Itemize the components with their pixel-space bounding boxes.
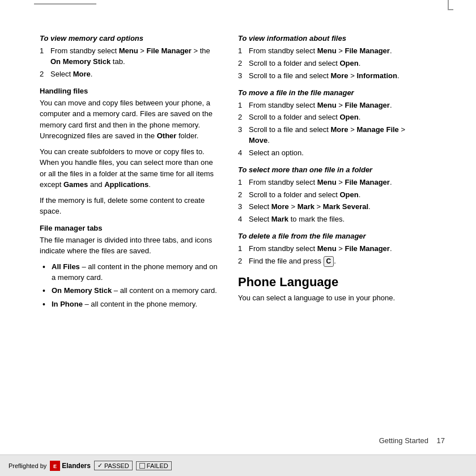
step-text: From standby select Menu > File Manager. <box>249 100 392 111</box>
step-number: 4 <box>238 148 246 159</box>
step-number: 1 <box>238 100 246 111</box>
svg-text:E: E <box>53 464 57 469</box>
check-icon: ✓ <box>97 462 103 469</box>
list-item: On Memory Stick – all content on a memor… <box>42 285 221 297</box>
preflight-label: Preflighted by <box>8 462 46 469</box>
list-item: 3 Scroll to a file and select More > Inf… <box>238 71 419 82</box>
step-number: 2 <box>238 112 246 123</box>
content-area: To view memory card options 1 From stand… <box>0 0 476 328</box>
move-file-section: To move a file in the file manager 1 Fro… <box>238 88 419 159</box>
step-number: 2 <box>40 69 48 80</box>
step-number: 2 <box>238 190 246 201</box>
elanders-icon: E Elanders <box>50 461 91 471</box>
step-number: 1 <box>40 46 48 67</box>
phone-language-section: Phone Language You can select a language… <box>238 275 419 304</box>
delete-file-steps: 1 From standby select Menu > File Manage… <box>238 244 419 267</box>
bullet-text: All Files – all content in the phone mem… <box>52 261 221 283</box>
list-item: 2 Scroll to a folder and select Open. <box>238 112 419 123</box>
view-memory-title: To view memory card options <box>40 34 221 42</box>
list-item: 1 From standby select Menu > File Manage… <box>238 244 419 254</box>
top-border-right <box>448 0 453 10</box>
delete-file-section: To delete a file from the file manager 1… <box>238 232 419 267</box>
select-more-title: To select more than one file in a folder <box>238 165 419 174</box>
bullet-text: In Phone – all content in the phone memo… <box>52 299 197 311</box>
list-item: All Files – all content in the phone mem… <box>42 261 221 283</box>
list-item: In Phone – all content in the phone memo… <box>42 299 221 311</box>
step-text: Scroll to a folder and select Open. <box>249 58 360 69</box>
handling-para3: If the memory is full, delete some conte… <box>40 195 221 217</box>
square-icon <box>139 463 145 469</box>
move-file-steps: 1 From standby select Menu > File Manage… <box>238 100 419 159</box>
page-number: 17 <box>437 436 445 445</box>
select-more-steps: 1 From standby select Menu > File Manage… <box>238 177 419 225</box>
passed-box: ✓ PASSED <box>94 461 133 470</box>
list-item: 3 Scroll to a file and select More > Man… <box>238 125 419 146</box>
step-number: 4 <box>238 214 246 225</box>
phone-language-text: You can select a language to use in your… <box>238 292 419 304</box>
step-number: 2 <box>238 58 246 69</box>
list-item: 2 Scroll to a folder and select Open. <box>238 190 419 201</box>
step-text: Select More. <box>50 69 92 80</box>
failed-label: FAILED <box>147 462 168 469</box>
failed-box: FAILED <box>136 461 172 470</box>
handling-heading: Handling files <box>40 87 221 95</box>
page-footer: Getting Started 17 <box>379 436 445 445</box>
step-text: Select More > Mark > Mark Several. <box>249 202 371 212</box>
step-number: 1 <box>238 244 246 254</box>
left-column: To view memory card options 1 From stand… <box>40 34 221 316</box>
list-item: 2 Find the file and press C. <box>238 256 419 267</box>
step-text: Scroll to a folder and select Open. <box>249 190 360 201</box>
step-text: From standby select Menu > File Manager … <box>50 46 221 67</box>
elanders-logo-icon: E <box>50 461 60 471</box>
step-text: From standby select Menu > File Manager. <box>249 244 392 254</box>
list-item: 1 From standby select Menu > File Manage… <box>238 100 419 111</box>
handling-files-section: Handling files You can move and copy fil… <box>40 87 221 217</box>
select-more-section: To select more than one file in a folder… <box>238 165 419 225</box>
step-number: 1 <box>238 46 246 57</box>
step-text: Find the file and press C. <box>249 256 336 267</box>
right-column: To view information about files 1 From s… <box>238 34 419 316</box>
passed-label: PASSED <box>104 462 129 469</box>
footer-section: Getting Started <box>379 436 428 445</box>
step-text: Select Mark to mark the files. <box>249 214 345 225</box>
list-item: 2 Scroll to a folder and select Open. <box>238 58 419 69</box>
elanders-text: Elanders <box>62 462 91 470</box>
step-number: 3 <box>238 71 246 82</box>
view-info-steps: 1 From standby select Menu > File Manage… <box>238 46 419 82</box>
move-file-title: To move a file in the file manager <box>238 88 419 97</box>
phone-language-heading: Phone Language <box>238 275 419 290</box>
step-text: From standby select Menu > File Manager. <box>249 46 392 57</box>
step-number: 3 <box>238 125 246 146</box>
page-container: To view memory card options 1 From stand… <box>0 0 476 476</box>
bullet-text: On Memory Stick – all content on a memor… <box>52 285 217 297</box>
delete-file-title: To delete a file from the file manager <box>238 232 419 240</box>
step-number: 2 <box>238 256 246 267</box>
handling-para2: You can create subfolders to move or cop… <box>40 146 221 190</box>
file-manager-tabs-section: File manager tabs The file manager is di… <box>40 224 221 311</box>
step-text: Select an option. <box>249 148 304 159</box>
list-item: 3 Select More > Mark > Mark Several. <box>238 202 419 212</box>
view-info-title: To view information about files <box>238 34 419 42</box>
top-border-left <box>34 0 96 5</box>
step-text: Scroll to a folder and select Open. <box>249 112 360 123</box>
file-manager-heading: File manager tabs <box>40 224 221 232</box>
list-item: 2 Select More. <box>40 69 221 80</box>
step-text: Scroll to a file and select More > Infor… <box>249 71 400 82</box>
step-text: From standby select Menu > File Manager. <box>249 177 392 188</box>
list-item: 1 From standby select Menu > File Manage… <box>238 177 419 188</box>
step-text: Scroll to a file and select More > Manag… <box>249 125 419 146</box>
list-item: 1 From standby select Menu > File Manage… <box>40 46 221 67</box>
list-item: 4 Select Mark to mark the files. <box>238 214 419 225</box>
handling-para1: You can move and copy files between your… <box>40 97 221 142</box>
step-number: 3 <box>238 202 246 212</box>
file-manager-para: The file manager is divided into three t… <box>40 235 221 257</box>
footer-bar: Preflighted by E Elanders ✓ PASSED FAILE… <box>0 454 476 476</box>
step-number: 1 <box>238 177 246 188</box>
view-memory-steps: 1 From standby select Menu > File Manage… <box>40 46 221 80</box>
list-item: 1 From standby select Menu > File Manage… <box>238 46 419 57</box>
file-manager-bullets: All Files – all content in the phone mem… <box>42 261 221 311</box>
list-item: 4 Select an option. <box>238 148 419 159</box>
